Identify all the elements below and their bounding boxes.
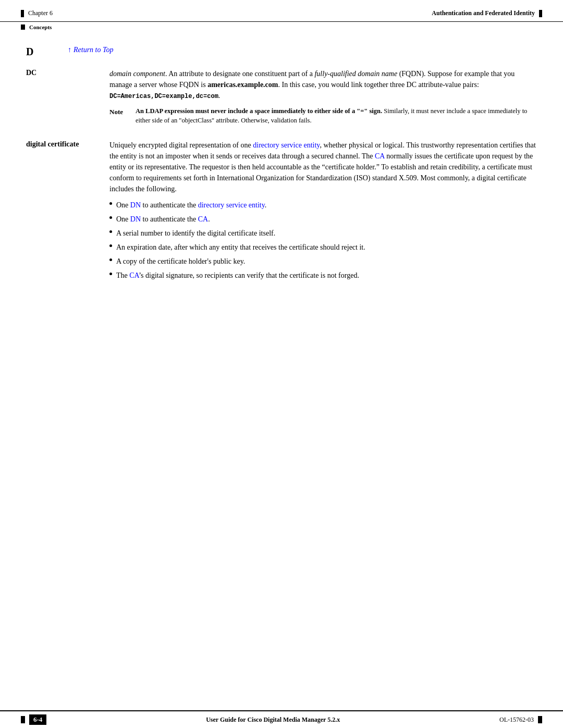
footer-right: OL-15762-03 xyxy=(499,716,542,724)
directory-service-entity-link2[interactable]: directory service entity xyxy=(198,201,265,209)
header-chapter: Chapter 6 xyxy=(28,9,53,17)
bullet-item-5: A copy of the certificate holder's publi… xyxy=(109,256,537,267)
ca-link2[interactable]: CA xyxy=(198,215,208,223)
bullet-dot-1 xyxy=(109,202,112,205)
breadcrumb-row: Concepts xyxy=(0,22,563,30)
footer-doc-number: OL-15762-03 xyxy=(499,716,534,724)
return-to-top-label: Return to Top xyxy=(74,46,114,54)
bullet-dot-5 xyxy=(109,258,112,261)
dc-term-label: DC xyxy=(26,68,109,77)
page-header: Chapter 6 Authentication and Federated I… xyxy=(0,0,563,22)
dn-link2[interactable]: DN xyxy=(130,215,141,223)
footer-left: 6-4 xyxy=(21,714,46,725)
bullet-item-3: A serial number to identify the digital … xyxy=(109,228,537,239)
dn-link1[interactable]: DN xyxy=(130,201,141,209)
digital-certificate-content: Uniquely encrypted digital representatio… xyxy=(109,140,537,284)
ca-link3[interactable]: CA xyxy=(129,272,139,279)
note-content: An LDAP expression must never include a … xyxy=(136,106,537,125)
bullet-item-2: One DN to authenticate the CA. xyxy=(109,214,537,225)
return-arrow-icon: ↑ xyxy=(68,46,71,54)
dc-code-example: DC=Americas,DC=example,dc=com xyxy=(109,93,218,100)
bullet-item-4: An expiration date, after which any enti… xyxy=(109,242,537,253)
main-content: D ↑ Return to Top DC domain component. A… xyxy=(0,30,563,323)
bullet-list: One DN to authenticate the directory ser… xyxy=(109,200,537,281)
return-to-top-link[interactable]: ↑ Return to Top xyxy=(68,46,114,54)
header-title: Authentication and Federated Identity xyxy=(432,9,535,17)
bullet-dot-2 xyxy=(109,216,112,219)
dc-term-content: domain component. An attribute to design… xyxy=(109,68,537,132)
digital-certificate-row: digital certificate Uniquely encrypted d… xyxy=(26,140,537,284)
bullet-text-4: An expiration date, after which any enti… xyxy=(116,242,365,253)
directory-service-entity-link1[interactable]: directory service entity xyxy=(253,141,320,149)
bullet-dot-4 xyxy=(109,244,112,247)
bullet-dot-3 xyxy=(109,230,112,233)
ca-link1[interactable]: CA xyxy=(375,152,385,160)
dc-term-row: DC domain component. An attribute to des… xyxy=(26,68,537,132)
footer-guide-title: User Guide for Cisco Digital Media Manag… xyxy=(206,716,340,724)
note-label: Note xyxy=(109,106,129,117)
footer-bar-left xyxy=(21,716,25,723)
note-box: Note An LDAP expression must never inclu… xyxy=(109,106,537,125)
bullet-text-6: The CA’s digital signature, so recipient… xyxy=(116,270,359,281)
bullet-text-1: One DN to authenticate the directory ser… xyxy=(116,200,266,211)
bullet-item-1: One DN to authenticate the directory ser… xyxy=(109,200,537,211)
section-letter: D xyxy=(26,46,68,58)
digital-certificate-para1: Uniquely encrypted digital representatio… xyxy=(109,140,537,194)
breadcrumb-bar xyxy=(21,24,25,30)
page-number: 6-4 xyxy=(29,714,46,725)
footer-bar-right xyxy=(538,716,542,723)
bullet-text-2: One DN to authenticate the CA. xyxy=(116,214,210,225)
bullet-item-6: The CA’s digital signature, so recipient… xyxy=(109,270,537,281)
dc-italic2: fully-qualified domain name xyxy=(314,70,397,78)
dc-bold-example: americas.example.com xyxy=(207,81,278,89)
note-bold: An LDAP expression must never include a … xyxy=(136,107,382,115)
digital-certificate-label: digital certificate xyxy=(26,140,109,149)
breadcrumb: Concepts xyxy=(29,24,52,30)
dc-definition: domain component. An attribute to design… xyxy=(109,68,537,101)
header-bar-left xyxy=(21,10,24,17)
bullet-text-3: A serial number to identify the digital … xyxy=(116,228,275,239)
bullet-text-5: A copy of the certificate holder's publi… xyxy=(116,256,245,267)
header-bar-right xyxy=(539,10,542,17)
bullet-dot-6 xyxy=(109,273,112,275)
section-d: D ↑ Return to Top xyxy=(26,46,537,58)
dc-italic1: domain component xyxy=(109,70,165,78)
page-footer: 6-4 User Guide for Cisco Digital Media M… xyxy=(0,710,563,728)
chapter-label: Chapter 6 xyxy=(28,9,53,17)
